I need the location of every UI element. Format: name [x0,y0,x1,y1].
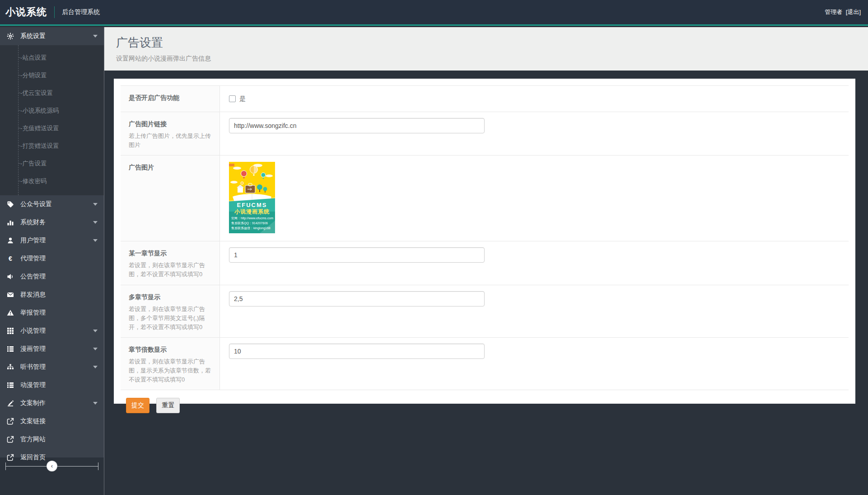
poster-contact-info: 官网：http://www.efucms.com 售后联系QQ：91420760… [231,216,274,231]
enable-ads-checkbox[interactable] [229,95,236,102]
sidebar-subitem-reward-gift[interactable]: -打赏赠送设置 [0,137,104,155]
external-link-icon [6,418,14,425]
form-row-multi-chapter: 多章节显示 若设置，则在该章节显示广告图，多个章节用英文逗号(,)隔开，若不设置… [121,285,849,338]
ad-link-input[interactable] [229,118,485,133]
chapter-multiple-input[interactable] [229,344,485,359]
sidebar-subitem-recharge-gift[interactable]: -充值赠送设置 [0,119,104,137]
chevron-down-icon [93,402,98,405]
sidebar-subitem-ad-settings[interactable]: -广告设置 [0,155,104,172]
sidebar-item-label: 文案制作 [20,399,93,407]
sidebar-item-system-settings[interactable]: 系统设置 [0,27,104,45]
field-helper: 若设置，则在该章节显示广告图，显示关系为该章节倍数，若不设置不填写或填写0 [129,357,213,384]
chevron-down-icon [93,348,98,350]
sidebar-item-audiobook-management[interactable]: 听书管理 [0,358,104,376]
sidebar-subitem-change-password[interactable]: -修改密码 [0,172,104,190]
sidebar-item-label: 返回首页 [20,453,98,462]
chevron-down-icon [93,330,98,332]
logout-link[interactable]: [退出] [846,9,861,15]
sitemap-icon [6,363,14,371]
chevron-down-icon [93,221,98,224]
poster-brand-text: EFUCMS [229,202,275,208]
form-row-enable-ads: 是否开启广告功能 是 [121,86,849,112]
label-cell: 广告图片 [121,156,220,241]
bar-chart-icon [6,219,14,226]
chevron-down-icon [93,35,98,38]
list-icon [6,345,14,353]
sidebar-item-copywriting[interactable]: 文案制作 [0,394,104,412]
field-helper: 若设置，则在该章节显示广告图，若不设置不填写或填写0 [129,261,213,279]
sidebar-item-label: 举报管理 [20,309,98,317]
sidebar-item-comic-management[interactable]: 漫画管理 [0,340,104,358]
label-cell: 多章节显示 若设置，则在该章节显示广告图，多个章节用英文逗号(,)隔开，若不设置… [121,285,220,337]
multi-chapter-input[interactable] [229,291,485,306]
sidebar-item-novel-management[interactable]: 小说管理 [0,322,104,340]
sidebar-subitem-youyunbao-settings[interactable]: -优云宝设置 [0,84,104,102]
envelope-icon [6,291,14,298]
label-cell: 是否开启广告功能 [121,86,220,112]
brand-logo[interactable]: 小说系统 [0,5,54,19]
sidebar-item-agent-management[interactable]: € 代理管理 [0,250,104,268]
page-header: 广告设置 设置网站的小说漫画弹出广告信息 [104,27,868,71]
field-label: 某一章节显示 [129,250,213,258]
euro-icon: € [6,255,14,262]
single-chapter-input[interactable] [229,247,485,263]
checkbox-label: 是 [239,95,246,103]
label-cell: 某一章节显示 若设置，则在该章节显示广告图，若不设置不填写或填写0 [121,241,220,284]
page-subtitle: 设置网站的小说漫画弹出广告信息 [116,55,868,63]
grid-icon [6,327,14,335]
list-icon [6,382,14,389]
external-link-icon [6,454,14,461]
sidebar-item-copy-links[interactable]: 文案链接 [0,412,104,430]
sidebar-divider [104,27,104,495]
chevron-down-icon [93,239,98,242]
settings-form-table: 是否开启广告功能 是 广告图片链接 若上传广告图片，优先显示上传图片 [121,85,849,390]
form-row-ad-link: 广告图片链接 若上传广告图片，优先显示上传图片 [121,112,849,156]
sidebar-subitem-novel-source[interactable]: -小说系统源码 [0,102,104,119]
settings-panel: 是否开启广告功能 是 广告图片链接 若上传广告图片，优先显示上传图片 [114,79,855,404]
field-label: 章节倍数显示 [129,346,213,354]
field-helper: 若设置，则在该章节显示广告图，多个章节用英文逗号(,)隔开，若不设置不填写或填写… [129,305,213,332]
sidebar-item-label: 群发消息 [20,291,98,299]
field-helper: 若上传广告图片，优先显示上传图片 [129,132,213,150]
external-link-icon [6,436,14,443]
sidebar-item-announcement-management[interactable]: 公告管理 [0,268,104,286]
form-row-single-chapter: 某一章节显示 若设置，则在该章节显示广告图，若不设置不填写或填写0 [121,241,849,285]
sidebar-item-label: 漫画管理 [20,345,93,353]
page-title: 广告设置 [116,35,868,51]
brand-separator [54,6,55,18]
ad-image[interactable]: EFUCMS 小说漫画系统 官网：http://www.efucms.com 售… [229,162,275,233]
control-cell [220,112,849,155]
poster-qq-line: 售后联系QQ：914207606 [231,221,274,226]
sidebar-item-user-management[interactable]: 用户管理 [0,231,104,250]
user-icon [6,237,14,244]
chevron-down-icon [93,203,98,206]
form-row-chapter-multiple: 章节倍数显示 若设置，则在该章节显示广告图，显示关系为该章节倍数，若不设置不填写… [121,338,849,390]
sidebar-item-label: 小说管理 [20,327,93,335]
sidebar-item-label: 系统财务 [20,218,93,226]
sidebar-item-report-management[interactable]: 举报管理 [0,304,104,322]
system-settings-submenu: -站点设置 -分销设置 -优云宝设置 -小说系统源码 -充值赠送设置 -打赏赠送… [0,45,104,195]
control-cell [220,241,849,284]
sidebar-item-label: 公告管理 [20,273,98,281]
sidebar-subitem-distribution-settings[interactable]: -分销设置 [0,66,104,84]
sidebar-item-official-website[interactable]: 官方网站 [0,430,104,448]
sidebar-item-official-account[interactable]: 公众号设置 [0,195,104,213]
sidebar-item-anime-management[interactable]: 动漫管理 [0,376,104,394]
control-cell [220,285,849,337]
form-footer: 提交 重置 [121,390,849,413]
sidebar-item-system-finance[interactable]: 系统财务 [0,213,104,231]
sidebar-item-bulk-message[interactable]: 群发消息 [0,286,104,304]
poster-wechat-line: 售后联系微信：kinglong168 [231,226,274,231]
sidebar-subitem-site-settings[interactable]: -站点设置 [0,49,104,66]
field-label: 广告图片 [129,164,213,172]
submit-button[interactable]: 提交 [126,398,149,413]
field-label: 广告图片链接 [129,120,213,128]
form-row-ad-image: 广告图片 [121,156,849,241]
control-cell: EFUCMS 小说漫画系统 官网：http://www.efucms.com 售… [220,156,849,241]
sidebar-collapse-control[interactable]: ‹ [5,466,98,467]
reset-button[interactable]: 重置 [156,398,180,413]
pencil-icon [6,400,14,407]
user-menu: 管理者 [退出] [825,8,868,16]
chevron-left-icon[interactable]: ‹ [47,461,57,471]
main-content: 广告设置 设置网站的小说漫画弹出广告信息 是否开启广告功能 是 广告图 [104,27,868,495]
